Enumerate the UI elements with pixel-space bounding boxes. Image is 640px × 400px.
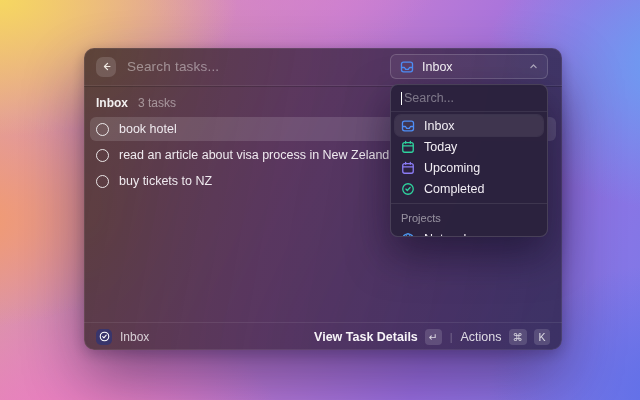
filter-select-button[interactable]: Inbox xyxy=(390,54,548,79)
task-count: 3 tasks xyxy=(138,96,176,110)
inbox-icon xyxy=(401,119,415,133)
separator: | xyxy=(449,331,454,343)
quick-search-window: Inbox 3 tasks book hotel read an article… xyxy=(84,48,562,350)
dropdown-item-label: Today xyxy=(424,140,457,154)
dropdown-item-inbox[interactable]: Inbox xyxy=(395,115,543,136)
inbox-icon xyxy=(400,60,414,74)
top-bar: Search tasks... Inbox xyxy=(84,48,562,86)
task-checkbox[interactable] xyxy=(96,149,109,162)
chevron-up-icon xyxy=(529,62,538,71)
app-logo-icon xyxy=(96,329,112,345)
dropdown-item-label: Networks xyxy=(424,232,476,238)
task-checkbox[interactable] xyxy=(96,175,109,188)
task-checkbox[interactable] xyxy=(96,123,109,136)
projects-section-label: Projects xyxy=(391,204,547,228)
dropdown-item-networks[interactable]: Networks xyxy=(395,228,543,237)
dropdown-item-label: Inbox xyxy=(424,119,455,133)
list-title: Inbox xyxy=(96,96,128,110)
filter-select-label: Inbox xyxy=(422,60,453,74)
globe-icon xyxy=(401,232,415,238)
status-bar: Inbox View Task Details ↵ | Actions ⌘ K xyxy=(84,322,562,350)
calendar-upcoming-icon xyxy=(401,161,415,175)
text-caret xyxy=(401,92,402,105)
task-title: read an article about visa process in Ne… xyxy=(119,148,389,162)
task-title: book hotel xyxy=(119,122,177,136)
command-key-badge: ⌘ xyxy=(509,329,528,345)
task-title: buy tickets to NZ xyxy=(119,174,212,188)
actions-action[interactable]: Actions xyxy=(461,330,502,344)
dropdown-item-completed[interactable]: Completed xyxy=(395,178,543,199)
dropdown-item-label: Completed xyxy=(424,182,484,196)
dropdown-item-label: Upcoming xyxy=(424,161,480,175)
filter-dropdown: Search... Inbox Today Upcoming xyxy=(390,84,548,237)
arrow-left-icon xyxy=(101,61,112,72)
context-label: Inbox xyxy=(120,330,149,344)
view-task-details-action[interactable]: View Task Details xyxy=(314,330,418,344)
dropdown-items: Inbox Today Upcoming Completed xyxy=(391,112,547,199)
dropdown-search-placeholder: Search... xyxy=(404,91,454,105)
k-key-badge: K xyxy=(534,329,550,345)
calendar-today-icon xyxy=(401,140,415,154)
dropdown-search-input[interactable]: Search... xyxy=(391,85,547,112)
check-circle-icon xyxy=(401,182,415,196)
back-button[interactable] xyxy=(96,57,116,77)
return-key-badge: ↵ xyxy=(425,329,442,345)
dropdown-item-today[interactable]: Today xyxy=(395,136,543,157)
dropdown-item-upcoming[interactable]: Upcoming xyxy=(395,157,543,178)
